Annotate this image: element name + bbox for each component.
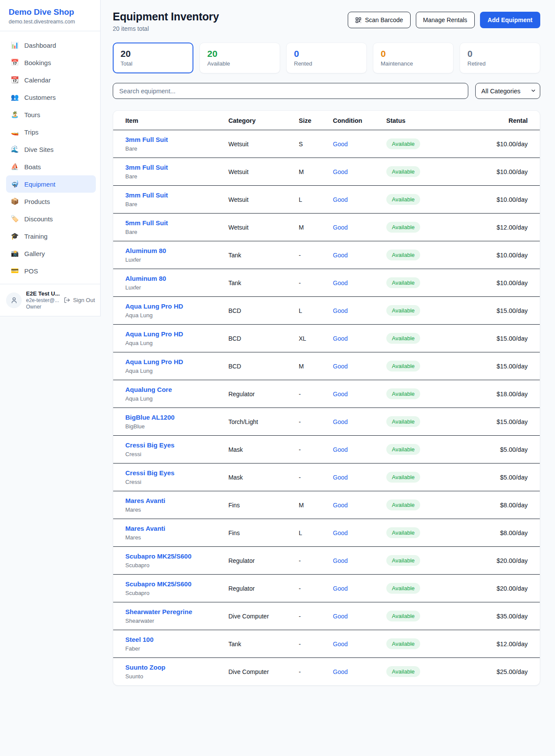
item-size: - [299, 463, 333, 491]
sign-out-icon [64, 297, 70, 303]
table-row: Aqua Lung Pro HD Aqua Lung BCD M Good Av… [113, 352, 540, 380]
sidebar-item-label: Boats [24, 163, 41, 171]
user-role: Owner [26, 304, 59, 310]
item-link[interactable]: Aqua Lung Pro HD [125, 358, 183, 365]
item-link[interactable]: Steel 100 [125, 636, 153, 643]
item-link[interactable]: Scubapro MK25/S600 [125, 580, 192, 588]
sidebar-item-customers[interactable]: 👥 Customers [6, 89, 96, 106]
condition-link[interactable]: Good [333, 585, 348, 592]
sidebar-item-calendar[interactable]: 📆 Calendar [6, 71, 96, 89]
sidebar-item-discounts[interactable]: 🏷️ Discounts [6, 210, 96, 227]
item-brand: Scubapro [125, 562, 229, 569]
condition-link[interactable]: Good [333, 279, 348, 286]
stat-card-retired[interactable]: 0 Retired [460, 43, 540, 73]
stat-card-rented[interactable]: 0 Rented [286, 43, 367, 73]
stat-label: Total [121, 60, 186, 67]
condition-link[interactable]: Good [333, 418, 348, 425]
item-link[interactable]: 3mm Full Suit [125, 164, 168, 171]
condition-link[interactable]: Good [333, 391, 348, 398]
add-equipment-button[interactable]: Add Equipment [480, 12, 540, 28]
item-link[interactable]: Aluminum 80 [125, 275, 166, 282]
sidebar-item-dive-sites[interactable]: 🌊 Dive Sites [6, 141, 96, 158]
item-brand: Shearwater [125, 618, 229, 624]
stat-card-available[interactable]: 20 Available [199, 43, 280, 73]
condition-link[interactable]: Good [333, 557, 348, 564]
sidebar-item-label: Customers [24, 94, 56, 101]
condition-link[interactable]: Good [333, 363, 348, 370]
item-link[interactable]: 3mm Full Suit [125, 191, 168, 199]
item-brand: Luxfer [125, 284, 229, 291]
item-link[interactable]: Suunto Zoop [125, 664, 165, 671]
item-link[interactable]: Shearwater Peregrine [125, 608, 192, 615]
sidebar-item-gallery[interactable]: 📸 Gallery [6, 245, 96, 262]
item-link[interactable]: Cressi Big Eyes [125, 469, 174, 477]
status-badge: Available [386, 138, 421, 149]
condition-link[interactable]: Good [333, 335, 348, 342]
stat-card-maintenance[interactable]: 0 Maintenance [373, 43, 454, 73]
sidebar-item-equipment[interactable]: 🤿 Equipment [6, 175, 96, 193]
sidebar-item-dashboard[interactable]: 📊 Dashboard [6, 36, 96, 54]
item-category: Dive Computer [229, 602, 299, 630]
condition-link[interactable]: Good [333, 474, 348, 481]
condition-link[interactable]: Good [333, 502, 348, 509]
item-brand: Bare [125, 173, 229, 180]
condition-link[interactable]: Good [333, 168, 348, 175]
item-link[interactable]: Cressi Big Eyes [125, 441, 174, 449]
stat-card-total[interactable]: 20 Total [113, 43, 193, 73]
scan-barcode-button[interactable]: Scan Barcode [348, 12, 411, 28]
sidebar-item-products[interactable]: 📦 Products [6, 193, 96, 210]
condition-link[interactable]: Good [333, 252, 348, 259]
sidebar-item-trips[interactable]: 🚤 Trips [6, 123, 96, 141]
search-input[interactable] [113, 83, 468, 99]
item-category: Mask [229, 436, 299, 463]
item-link[interactable]: Scubapro MK25/S600 [125, 552, 192, 560]
condition-link[interactable]: Good [333, 224, 348, 231]
sidebar-item-training[interactable]: 🎓 Training [6, 227, 96, 245]
sign-out-button[interactable]: Sign Out [64, 297, 95, 303]
item-brand: Mares [125, 506, 229, 513]
item-rental: $20.00/day [467, 575, 540, 602]
item-size: L [299, 519, 333, 547]
condition-link[interactable]: Good [333, 529, 348, 536]
condition-link[interactable]: Good [333, 668, 348, 675]
column-header-item: Item [113, 111, 229, 130]
condition-link[interactable]: Good [333, 613, 348, 620]
item-link[interactable]: 5mm Full Suit [125, 219, 168, 227]
item-link[interactable]: Aqualung Core [125, 386, 172, 393]
item-link[interactable]: 3mm Full Suit [125, 136, 168, 143]
sidebar-item-tours[interactable]: 🏝️ Tours [6, 106, 96, 123]
customers-icon: 👥 [10, 93, 19, 101]
item-link[interactable]: Mares Avanti [125, 525, 165, 532]
item-size: - [299, 269, 333, 297]
sidebar-item-pos[interactable]: 💳 POS [6, 262, 96, 279]
condition-link[interactable]: Good [333, 141, 348, 148]
status-badge: Available [386, 361, 421, 371]
brand-logo[interactable]: Demo Dive Shop [9, 7, 91, 17]
condition-link[interactable]: Good [333, 307, 348, 314]
add-equipment-label: Add Equipment [488, 16, 532, 23]
calendar-icon: 📆 [10, 76, 19, 84]
item-size: - [299, 602, 333, 630]
item-link[interactable]: Aluminum 80 [125, 247, 166, 254]
sidebar-item-boats[interactable]: ⛵ Boats [6, 158, 96, 175]
condition-link[interactable]: Good [333, 196, 348, 203]
equipment-icon: 🤿 [10, 180, 19, 188]
category-select[interactable]: All Categories [475, 83, 540, 99]
item-link[interactable]: BigBlue AL1200 [125, 414, 175, 421]
manage-rentals-button[interactable]: Manage Rentals [416, 12, 475, 28]
status-badge: Available [386, 666, 421, 677]
trips-icon: 🚤 [10, 128, 19, 136]
condition-link[interactable]: Good [333, 641, 348, 648]
table-row: Aluminum 80 Luxfer Tank - Good Available… [113, 269, 540, 297]
status-badge: Available [386, 388, 421, 399]
item-category: Wetsuit [229, 214, 299, 241]
sidebar-item-bookings[interactable]: 📅 Bookings [6, 54, 96, 71]
item-rental: $10.00/day [467, 158, 540, 186]
item-link[interactable]: Mares Avanti [125, 497, 165, 504]
sidebar-item-label: POS [24, 267, 38, 275]
item-link[interactable]: Aqua Lung Pro HD [125, 302, 183, 310]
table-header-row: Item Category Size Condition Status Rent… [113, 111, 540, 130]
item-link[interactable]: Aqua Lung Pro HD [125, 330, 183, 338]
condition-link[interactable]: Good [333, 446, 348, 453]
item-category: Fins [229, 519, 299, 547]
